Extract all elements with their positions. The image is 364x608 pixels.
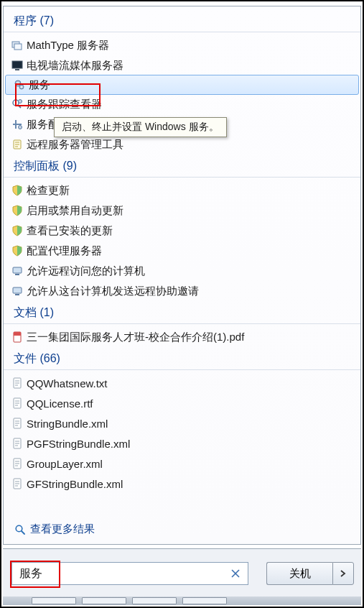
item-label: 电视墙流媒体服务器 [27, 59, 123, 73]
svg-rect-1 [14, 44, 22, 50]
magnifier-icon [14, 524, 26, 535]
section-files-items: QQWhatsnew.txtQQLicense.rtfStringBundle.… [4, 373, 360, 494]
svg-rect-21 [15, 294, 19, 295]
results-scroll: 程序 (7) MathType 服务器电视墙流媒体服务器服务服务跟踪查看器服务配… [4, 6, 360, 494]
control_panel-item[interactable]: 启用或禁用自动更新 [4, 201, 360, 221]
divider [4, 32, 360, 32]
tools-icon [11, 118, 24, 131]
item-label: 配置代理服务器 [27, 244, 102, 258]
files-item[interactable]: QQLicense.rtf [4, 393, 360, 413]
xml-file-icon [11, 457, 24, 470]
svg-line-49 [22, 531, 24, 534]
section-controlpanel-items: 检查更新启用或禁用自动更新查看已安装的更新配置代理服务器允许远程访问您的计算机允… [4, 180, 360, 301]
svg-rect-11 [13, 124, 22, 125]
svg-rect-20 [13, 287, 22, 293]
see-more-results[interactable]: 查看更多结果 [14, 522, 95, 536]
section-files-header: 文件 (66) [4, 347, 360, 368]
taskbar-fragment [3, 597, 361, 605]
svg-rect-23 [14, 332, 21, 336]
shutdown-options-button[interactable] [332, 562, 354, 585]
files-item[interactable]: StringBundle.xml [4, 413, 360, 433]
computer-icon [11, 285, 24, 298]
search-gear-icon [11, 98, 24, 111]
xml-file-icon [11, 477, 24, 490]
xml-file-icon [11, 417, 24, 430]
item-label: 允许远程访问您的计算机 [27, 264, 145, 278]
item-label: 查看已安装的更新 [27, 224, 113, 238]
clear-search-icon[interactable] [229, 567, 242, 580]
programs-item[interactable]: MathType 服务器 [4, 35, 360, 55]
search-input[interactable] [18, 566, 229, 581]
svg-rect-2 [12, 61, 22, 68]
control_panel-item[interactable]: 允许远程访问您的计算机 [4, 261, 360, 281]
start-menu-search-window: 程序 (7) MathType 服务器电视墙流媒体服务器服务服务跟踪查看器服务配… [0, 0, 364, 608]
divider [4, 323, 360, 324]
tooltip: 启动、终止并设置 Windows 服务。 [54, 117, 227, 137]
item-label: MathType 服务器 [27, 39, 109, 52]
shutdown-button-group: 关机 [266, 562, 354, 585]
see-more-label: 查看更多结果 [30, 522, 95, 536]
item-label: QQWhatsnew.txt [27, 377, 108, 390]
shield-icon [11, 184, 24, 197]
item-label: 检查更新 [27, 184, 70, 198]
section-documents-header: 文档 (1) [4, 301, 360, 322]
search-box[interactable] [11, 562, 248, 585]
item-label: 服务跟踪查看器 [27, 98, 102, 111]
control_panel-item[interactable]: 允许从这台计算机发送远程协助邀请 [4, 281, 360, 301]
shield-icon [11, 224, 24, 237]
control_panel-item[interactable]: 检查更新 [4, 180, 360, 201]
stack-icon [11, 39, 24, 52]
files-item[interactable]: PGFStringBundle.xml [4, 433, 360, 453]
svg-point-5 [17, 83, 19, 85]
shutdown-button[interactable]: 关机 [266, 562, 332, 585]
section-documents-items: 三一集团国际服务人才班-校企合作介绍(1).pdf [4, 327, 360, 347]
pdf-icon [11, 331, 24, 344]
item-label: StringBundle.xml [27, 418, 108, 430]
section-controlpanel-header: 控制面板 (9) [4, 155, 360, 175]
svg-rect-12 [15, 120, 17, 129]
item-label: 允许从这台计算机发送远程协助邀请 [27, 285, 199, 298]
chevron-right-icon [340, 570, 346, 577]
svg-point-13 [19, 126, 22, 129]
programs-item[interactable]: 服务跟踪查看器 [4, 94, 360, 114]
programs-item[interactable]: 服务 [5, 75, 359, 95]
svg-rect-19 [15, 274, 19, 275]
divider [4, 369, 360, 370]
computer-icon [11, 264, 24, 277]
item-label: 远程服务器管理工具 [27, 138, 123, 152]
programs-item[interactable]: 电视墙流媒体服务器 [4, 55, 360, 75]
item-label: QQLicense.rtf [27, 397, 93, 410]
display-icon [11, 59, 24, 72]
text-file-icon [11, 377, 24, 390]
results-panel: 程序 (7) MathType 服务器电视墙流媒体服务器服务服务跟踪查看器服务配… [3, 6, 361, 545]
section-programs-header: 程序 (7) [4, 9, 360, 30]
documents-item[interactable]: 三一集团国际服务人才班-校企合作介绍(1).pdf [4, 327, 360, 347]
svg-point-8 [13, 100, 19, 106]
item-label: 服务 [29, 78, 50, 92]
files-item[interactable]: GFStringBundle.xml [4, 474, 360, 494]
control_panel-item[interactable]: 查看已安装的更新 [4, 221, 360, 241]
item-label: 三一集团国际服务人才班-校企合作介绍(1).pdf [27, 331, 244, 344]
item-label: GroupLayer.xml [27, 458, 103, 470]
rtf-file-icon [11, 397, 24, 410]
svg-rect-3 [15, 69, 19, 70]
item-label: GFStringBundle.xml [27, 478, 123, 490]
shield-icon [11, 244, 24, 257]
svg-point-10 [19, 100, 22, 103]
programs-item[interactable]: 远程服务器管理工具 [4, 134, 360, 155]
shield-icon [11, 204, 24, 217]
bottom-bar: 关机 [3, 548, 361, 605]
files-item[interactable]: QQWhatsnew.txt [4, 373, 360, 393]
gears-icon [13, 78, 26, 91]
item-label: PGFStringBundle.xml [27, 438, 130, 450]
files-item[interactable]: GroupLayer.xml [4, 453, 360, 474]
script-icon [11, 138, 24, 151]
xml-file-icon [11, 437, 24, 450]
svg-point-7 [21, 86, 22, 88]
svg-line-9 [18, 105, 21, 108]
search-wrap [11, 562, 248, 585]
item-label: 启用或禁用自动更新 [27, 204, 123, 218]
control_panel-item[interactable]: 配置代理服务器 [4, 241, 360, 261]
divider [4, 177, 360, 178]
svg-rect-18 [13, 267, 22, 273]
